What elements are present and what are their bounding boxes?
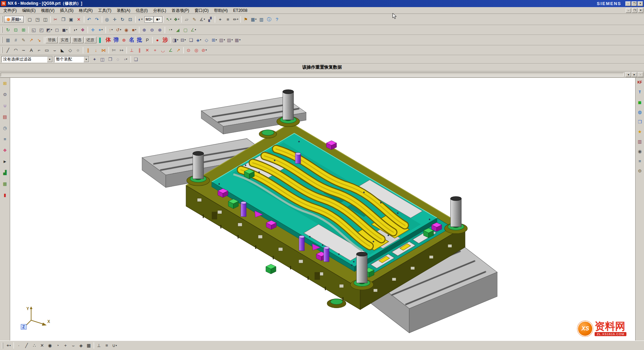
minimize-button[interactable]: –: [625, 1, 631, 6]
rectangle-icon[interactable]: ▭: [43, 47, 51, 54]
clock-icon[interactable]: ◷: [1, 124, 9, 131]
menu-tools[interactable]: 工具(T): [95, 7, 114, 14]
name-char-button[interactable]: 名: [128, 37, 136, 44]
menu-assemblies[interactable]: 装配(A): [114, 7, 133, 14]
ortho-icon[interactable]: ⊥: [95, 342, 103, 349]
toolbar-grip[interactable]: [2, 343, 3, 349]
shaded-icon[interactable]: ◼: [61, 26, 69, 33]
delete-icon[interactable]: ✕: [75, 16, 83, 23]
target-plus-icon[interactable]: ⊕: [120, 37, 128, 44]
select-filter-icon[interactable]: ⌖: [216, 16, 224, 23]
subtract-icon[interactable]: ⊖: [148, 26, 156, 33]
offset-curve-icon[interactable]: ∥: [84, 47, 92, 54]
kf-navigator-icon[interactable]: KF: [636, 79, 644, 86]
view-combo[interactable]: M3: [144, 16, 154, 23]
child-close-button[interactable]: ✕: [638, 8, 643, 13]
start-menu-button[interactable]: 开始: [4, 16, 24, 23]
move-object-icon[interactable]: ↖: [165, 16, 172, 23]
doc-box-icon[interactable]: ❏: [187, 37, 195, 44]
highlight-icon[interactable]: ✦: [91, 56, 98, 63]
grid-icon[interactable]: ▦: [4, 37, 12, 44]
graphics-viewport[interactable]: Y X Z XS 资料网 ZL.XS1616.COM: [10, 78, 635, 341]
snap-quadrant-icon[interactable]: ◔: [54, 342, 62, 349]
perpendicular-constraint-icon[interactable]: ⊥: [128, 47, 136, 54]
line-icon[interactable]: ╱: [4, 47, 12, 54]
profile-icon[interactable]: ⌐: [35, 47, 43, 54]
fit-view-icon[interactable]: ⊡: [127, 16, 134, 23]
toolbar-grip[interactable]: [1, 16, 2, 22]
arrow-down-right-icon[interactable]: ↘: [35, 37, 43, 44]
scroll-left-icon[interactable]: ◄: [625, 72, 631, 77]
show-hide-icon[interactable]: ◑: [71, 26, 79, 33]
teal-bar-icon[interactable]: ▌: [97, 37, 105, 44]
plus-box-icon[interactable]: ⊞: [210, 37, 218, 44]
rotate-icon[interactable]: ↻: [119, 16, 127, 23]
help-icon[interactable]: ?: [273, 16, 281, 23]
menu-et2008[interactable]: ET2008: [230, 7, 250, 14]
chamfer-icon[interactable]: ◢: [174, 26, 182, 33]
top-view-icon[interactable]: ◰: [38, 26, 45, 33]
pointer-icon[interactable]: ►: [1, 158, 9, 165]
mirror-curve-icon[interactable]: ⋈: [100, 47, 108, 54]
revolve-icon[interactable]: ↺: [115, 26, 122, 33]
pattern-icon[interactable]: ❖: [172, 16, 180, 23]
toolbox-icon[interactable]: ⊞: [1, 80, 9, 87]
book-icon[interactable]: ▤: [1, 113, 9, 120]
snap-center-icon[interactable]: ◉: [46, 342, 54, 349]
panel-icon[interactable]: ◨: [171, 37, 179, 44]
brush-icon[interactable]: ✎: [20, 37, 27, 44]
chevron-down-icon[interactable]: [47, 56, 52, 62]
gem-icon[interactable]: ◈: [195, 37, 203, 44]
quick-trim-icon[interactable]: ✄: [110, 47, 118, 54]
draft-icon[interactable]: ∠: [189, 26, 197, 33]
scroll-right-icon[interactable]: ►: [631, 72, 637, 77]
internet-icon[interactable]: ◍: [636, 109, 644, 115]
layers-icon[interactable]: ≡: [636, 158, 644, 164]
quick-extend-icon[interactable]: ↦: [118, 47, 125, 54]
hole-icon[interactable]: ◉: [122, 26, 130, 33]
table-icon[interactable]: ▦: [250, 16, 257, 23]
face-select-button[interactable]: 面选: [71, 37, 84, 43]
intersect-icon[interactable]: ⊗: [156, 26, 164, 33]
ellipse-icon[interactable]: ○: [74, 47, 82, 54]
pencil-icon[interactable]: ✏: [232, 16, 239, 23]
snap-on-face-icon[interactable]: ◈: [77, 342, 85, 349]
undo-icon[interactable]: ↶: [85, 16, 93, 23]
point-constraint-icon[interactable]: +: [151, 47, 159, 54]
guide-post-east[interactable]: [444, 196, 467, 234]
project-curve-icon[interactable]: ↓: [92, 47, 100, 54]
menu-view[interactable]: 视图(V): [38, 7, 57, 14]
snap-point-icon[interactable]: +: [62, 342, 69, 349]
leader-arrow-icon[interactable]: ↗: [175, 47, 182, 54]
snap-on-curve-icon[interactable]: ⌣: [69, 342, 77, 349]
arc-icon[interactable]: ◠: [12, 47, 20, 54]
selection-filter-combo[interactable]: 没有选择过滤器: [1, 56, 53, 63]
isometric-view-icon[interactable]: ◩: [45, 26, 53, 33]
open-file-icon[interactable]: ◳: [34, 16, 42, 23]
spline-icon[interactable]: ∼: [20, 47, 27, 54]
color-swatch[interactable]: ■: [154, 16, 162, 23]
paste-icon[interactable]: ▣: [67, 16, 75, 23]
batch-char-button[interactable]: 批: [136, 37, 143, 44]
interfere-char-button[interactable]: 涉: [161, 37, 169, 44]
favorites-icon[interactable]: ★: [636, 128, 644, 135]
solid-transparent-button[interactable]: 实透: [59, 37, 71, 43]
window-select-icon[interactable]: ❏: [132, 56, 140, 63]
film-icon[interactable]: ▥: [636, 138, 644, 145]
toolbar-grip[interactable]: [1, 47, 2, 53]
save-icon[interactable]: ◫: [42, 16, 49, 23]
parallel-constraint-icon[interactable]: ∥: [136, 47, 143, 54]
unite-icon[interactable]: ⊕: [140, 26, 148, 33]
info-icon[interactable]: ⓘ: [265, 16, 273, 23]
chart-icon[interactable]: ▟: [1, 169, 9, 176]
hash-icon[interactable]: #: [12, 37, 20, 44]
menu-help[interactable]: 帮助(H): [211, 7, 231, 14]
shade-box-icon[interactable]: ▧: [218, 37, 226, 44]
child-minimize-button[interactable]: –: [626, 8, 631, 13]
snap-menu-icon[interactable]: ⌖: [5, 342, 13, 349]
tip-scroll-track[interactable]: [1, 73, 624, 76]
lasso-icon[interactable]: ◌: [114, 56, 122, 63]
list-icon[interactable]: ≡: [1, 136, 9, 142]
edge-blend-icon[interactable]: ◔: [166, 26, 174, 33]
ruler-icon[interactable]: ≡: [224, 16, 232, 23]
